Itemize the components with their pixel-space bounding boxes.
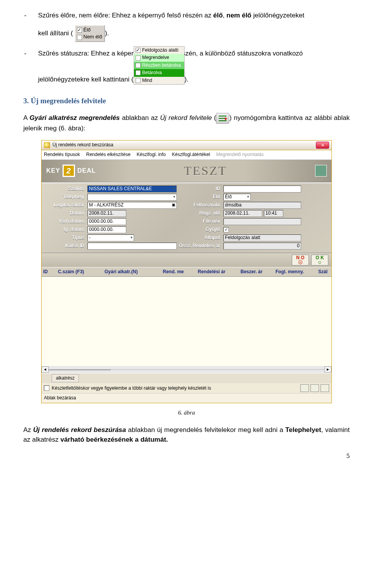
close-button[interactable]: ✕ xyxy=(316,142,329,149)
field-lograktar[interactable]: M - ALKATRÉSZ▣ xyxy=(87,202,177,209)
field-tipus[interactable]: - xyxy=(87,234,134,241)
bullet-2-line2: jelölőnégyzetekre kell kattintani ( Feld… xyxy=(23,74,350,85)
checkbox-elo[interactable] xyxy=(77,28,82,33)
t: kell állítani ( xyxy=(38,29,73,37)
checkbox-status[interactable] xyxy=(136,70,141,75)
footer-icon-3[interactable] xyxy=(321,384,329,392)
footer-close-link[interactable]: Ablak bezárása xyxy=(42,393,331,402)
t: ablakban az xyxy=(120,114,160,122)
paragraph-4: Az Új rendelés rekord beszúrása ablakban… xyxy=(23,425,350,444)
footer-check-label: Készletfeltöltéskor vegye figyelembe a t… xyxy=(52,385,211,392)
lbl-id: ID xyxy=(177,186,223,192)
field-felh: dmsdba xyxy=(223,202,301,209)
val: 2008.02.11. xyxy=(89,210,113,217)
no-button[interactable]: N O☹ xyxy=(292,255,309,265)
lbl-varh: Várh.dátum xyxy=(45,218,87,225)
bullet-2-text: Szűrés státuszra: Ehhez a képernyő jobb … xyxy=(38,49,350,59)
dialog-menubar: Rendelés típusok Rendelés elkészítése Ké… xyxy=(42,150,331,160)
lbl-ossz: Össz. Rendelési ár xyxy=(177,243,223,249)
brand-center: TESZT xyxy=(184,162,227,180)
lbl-rogz: Rögz. idő xyxy=(177,210,223,217)
val: dmsdba xyxy=(225,202,242,208)
opt: Mind xyxy=(142,77,152,84)
edit-icon[interactable] xyxy=(315,165,327,177)
ok-button[interactable]: O K☺ xyxy=(311,255,328,265)
lbl: N O xyxy=(296,255,304,260)
col[interactable]: Beszer. ár xyxy=(239,267,274,276)
footer-tab-alkatresz[interactable]: alkatrész xyxy=(52,374,79,382)
field-igdat[interactable]: 0000.00.00. xyxy=(87,226,126,233)
bullet-1-text: Szűrés élőre, nem élőre: Ehhez a képerny… xyxy=(38,11,350,21)
col[interactable]: Gyári alkatr.(N) xyxy=(103,267,161,276)
bi: Gyári alkatrész megrendelés xyxy=(30,114,120,122)
field-telephely[interactable] xyxy=(87,194,177,201)
menu-item[interactable]: Készlfogl.átértékel xyxy=(172,151,210,158)
bullet-2-line2-body: jelölőnégyzetekre kell kattintani ( Feld… xyxy=(38,74,350,85)
field-szallito[interactable]: NISSAN SALES CENTRAL&E xyxy=(87,186,177,193)
lbl-tipus: Típus xyxy=(45,234,87,241)
field-id[interactable] xyxy=(223,186,301,193)
menu-item[interactable]: Rendelés típusok xyxy=(44,151,80,158)
checkbox-status[interactable] xyxy=(136,78,141,83)
t: jelölőnégyzetekre kell kattintani ( xyxy=(38,75,134,85)
field-rogz-date: 2008.02.11. xyxy=(223,210,262,217)
checkbox-stock-consider[interactable] xyxy=(44,385,49,391)
dash: - xyxy=(23,49,27,59)
footer-icon-2[interactable] xyxy=(310,384,319,392)
dash: - xyxy=(23,11,27,21)
col[interactable]: Rendelési ár xyxy=(196,267,239,276)
lbl-gyujto: Gyűjtő xyxy=(177,226,223,233)
i: Új rekord felvitele xyxy=(160,114,212,122)
field-allapot: Feldolgozás alatt xyxy=(223,234,301,241)
col[interactable]: C.szám (F3) xyxy=(56,267,103,276)
lbl-szallito: Szállító xyxy=(45,186,87,192)
col[interactable]: ID xyxy=(42,267,56,276)
b: várható beérkezésének a dátumát. xyxy=(60,436,168,443)
footer-icon-1[interactable] xyxy=(300,384,309,392)
elo-filter-widget[interactable]: Élő Nem élő xyxy=(75,25,105,42)
scroll-left-icon[interactable]: ◄ xyxy=(42,366,49,373)
col[interactable]: Szál xyxy=(317,267,332,276)
field-datum: 2008.02.11. xyxy=(87,210,126,217)
footer-tabs: alkatrész xyxy=(42,373,331,383)
checkbox-status[interactable] xyxy=(136,48,141,53)
horizontal-scrollbar[interactable]: ◄ ► xyxy=(42,366,331,373)
scroll-thumb[interactable] xyxy=(49,369,111,370)
checkbox-status[interactable] xyxy=(136,56,141,61)
field-kulso[interactable] xyxy=(87,243,177,250)
col[interactable]: Rend. me xyxy=(161,267,196,276)
paragraph-3: A Gyári alkatrész megrendelés ablakban a… xyxy=(23,113,350,134)
val: 0000.00.00. xyxy=(89,218,113,225)
field-rogz-time: 10:41 xyxy=(264,210,283,217)
val: 2008.02.11. xyxy=(225,210,249,217)
new-record-icon[interactable] xyxy=(216,113,229,124)
opt: Betárolva xyxy=(142,69,162,76)
lbl-elo: Élő xyxy=(177,194,223,200)
scroll-right-icon[interactable]: ► xyxy=(324,366,331,373)
menu-item[interactable]: Rendelés elkészítése xyxy=(86,151,131,158)
b: Telephelyet xyxy=(285,426,321,434)
dialog-titlebar: Új rendelés rekord beszúrása ✕ xyxy=(42,140,331,150)
field-elo[interactable]: Élő xyxy=(223,194,251,201)
dialog-brand-strip: KEY 2 DEAL TESZT xyxy=(42,160,331,182)
t: jelölőnégyzeteket xyxy=(251,12,304,19)
lbl-filenev: File név xyxy=(177,218,223,225)
bold: élő xyxy=(213,12,223,19)
bullet-1-line2: kell állítani ( Élő Nem élő ). xyxy=(23,25,350,42)
lbl-igdat: Ig. dátum xyxy=(45,226,87,233)
checkbox-gyujto[interactable] xyxy=(223,227,229,232)
opt: Megrendelve xyxy=(142,54,169,61)
checkbox-status[interactable] xyxy=(136,63,141,68)
menu-item[interactable]: Készlfogl. info xyxy=(137,151,166,158)
status-filter-widget[interactable]: Feldolgozás alatti Megrendelve Részben b… xyxy=(134,46,185,85)
col[interactable]: Fogl. menny. xyxy=(274,267,317,276)
t: Szűrés élőre, nem élőre: Ehhez a képerny… xyxy=(38,12,213,19)
menu-item: Megrendelő nyomtatás xyxy=(216,151,264,158)
checkbox-nem-elo[interactable] xyxy=(77,35,82,40)
t: Az xyxy=(23,426,33,434)
lbl: Nem élő xyxy=(84,34,102,40)
val: - xyxy=(89,234,91,241)
field-varh[interactable]: 0000.00.00. xyxy=(87,218,126,225)
bullet-2-line1: - Szűrés státuszra: Ehhez a képernyő job… xyxy=(23,49,350,59)
t: ablakban új megrendelés felvitelekor meg… xyxy=(126,426,285,434)
